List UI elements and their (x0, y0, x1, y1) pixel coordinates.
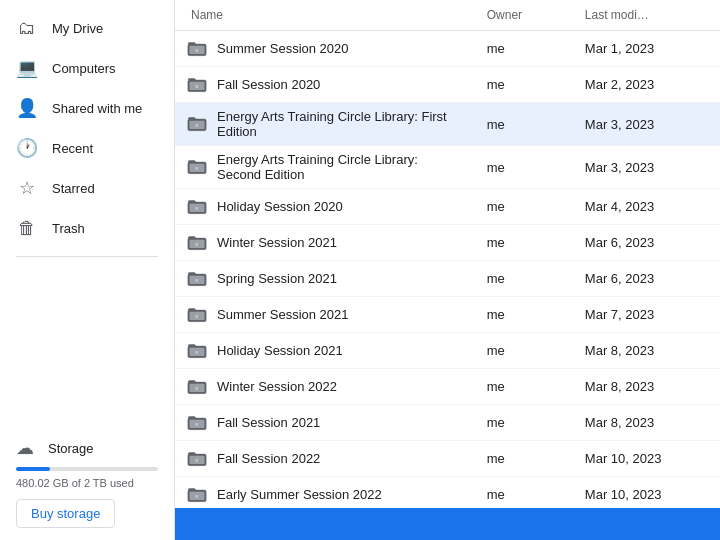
file-name-text: Energy Arts Training Circle Library: Fir… (217, 109, 463, 139)
col-header-owner[interactable]: Owner (475, 0, 573, 31)
file-date-cell: Mar 10, 2023 (573, 477, 720, 509)
folder-icon: ≡ (187, 233, 207, 253)
col-header-date[interactable]: Last modi… (573, 0, 720, 31)
file-date-cell: Mar 8, 2023 (573, 369, 720, 405)
sidebar-item-trash[interactable]: 🗑 Trash (0, 208, 162, 248)
table-row[interactable]: ≡ Fall Session 2020 meMar 2, 2023 (175, 67, 720, 103)
svg-text:≡: ≡ (196, 82, 199, 88)
folder-icon: ≡ (187, 75, 207, 95)
folder-icon: ≡ (187, 449, 207, 469)
owner-text: me (487, 271, 505, 286)
folder-icon: ≡ (187, 39, 207, 59)
file-date-cell: Mar 4, 2023 (573, 189, 720, 225)
file-owner-cell: me (475, 103, 573, 146)
file-owner-cell: me (475, 297, 573, 333)
table-row[interactable]: ≡ Fall Session 2022 meMar 10, 2023 (175, 441, 720, 477)
computers-label: Computers (52, 61, 116, 76)
buy-storage-button[interactable]: Buy storage (16, 499, 115, 528)
sidebar: 🗂 My Drive 💻 Computers 👤 Shared with me … (0, 0, 175, 540)
file-name-cell: ≡ Fall Session 2020 (175, 67, 475, 103)
svg-text:≡: ≡ (196, 204, 199, 210)
file-row-inner: ≡ Holiday Session 2021 (187, 341, 463, 361)
svg-text:≡: ≡ (196, 122, 199, 128)
table-row[interactable]: ≡ Fall Session 2021 meMar 8, 2023 (175, 405, 720, 441)
date-text: Mar 3, 2023 (585, 117, 654, 132)
sidebar-item-my-drive[interactable]: 🗂 My Drive (0, 8, 162, 48)
file-date-cell: Mar 7, 2023 (573, 297, 720, 333)
file-date-cell: Mar 1, 2023 (573, 31, 720, 67)
sidebar-item-computers[interactable]: 💻 Computers (0, 48, 162, 88)
file-owner-cell: me (475, 31, 573, 67)
file-table-body: ≡ Summer Session 2020 meMar 1, 2023 ≡ Fa… (175, 31, 720, 509)
file-row-inner: ≡ Fall Session 2021 (187, 413, 463, 433)
svg-text:≡: ≡ (196, 420, 199, 426)
table-row[interactable]: ≡ Summer Session 2021 meMar 7, 2023 (175, 297, 720, 333)
date-text: Mar 1, 2023 (585, 41, 654, 56)
file-owner-cell: me (475, 225, 573, 261)
date-text: Mar 2, 2023 (585, 77, 654, 92)
file-table: Name Owner Last modi… ≡ Summer Session 2… (175, 0, 720, 508)
table-row[interactable]: ≡ Spring Session 2021 meMar 6, 2023 (175, 261, 720, 297)
file-name-text: Winter Session 2021 (217, 235, 337, 250)
my-drive-label: My Drive (52, 21, 103, 36)
file-row-inner: ≡ Summer Session 2021 (187, 305, 463, 325)
file-date-cell: Mar 6, 2023 (573, 225, 720, 261)
file-name-cell: ≡ Fall Session 2022 (175, 441, 475, 477)
file-date-cell: Mar 6, 2023 (573, 261, 720, 297)
date-text: Mar 6, 2023 (585, 271, 654, 286)
table-row[interactable]: ≡ Summer Session 2020 meMar 1, 2023 (175, 31, 720, 67)
file-name-cell: ≡ Summer Session 2021 (175, 297, 475, 333)
date-text: Mar 4, 2023 (585, 199, 654, 214)
file-owner-cell: me (475, 333, 573, 369)
file-list-scroll[interactable]: Name Owner Last modi… ≡ Summer Session 2… (175, 0, 720, 508)
svg-text:≡: ≡ (196, 46, 199, 52)
owner-text: me (487, 199, 505, 214)
table-row[interactable]: ≡ Winter Session 2021 meMar 6, 2023 (175, 225, 720, 261)
storage-bar-container (16, 467, 158, 471)
file-date-cell: Mar 10, 2023 (573, 441, 720, 477)
owner-text: me (487, 41, 505, 56)
file-row-inner: ≡ Early Summer Session 2022 (187, 485, 463, 505)
file-name-text: Summer Session 2021 (217, 307, 349, 322)
svg-text:≡: ≡ (196, 492, 199, 498)
storage-used-text: 480.02 GB of 2 TB used (16, 477, 158, 489)
file-name-text: Spring Session 2021 (217, 271, 337, 286)
file-name-text: Holiday Session 2021 (217, 343, 343, 358)
table-row[interactable]: ≡ Holiday Session 2020 meMar 4, 2023 (175, 189, 720, 225)
file-row-inner: ≡ Winter Session 2021 (187, 233, 463, 253)
folder-icon: ≡ (187, 114, 207, 134)
date-text: Mar 8, 2023 (585, 343, 654, 358)
recent-icon: 🕐 (16, 137, 38, 159)
svg-text:≡: ≡ (196, 456, 199, 462)
table-row[interactable]: ≡ Early Summer Session 2022 meMar 10, 20… (175, 477, 720, 509)
file-date-cell: Mar 8, 2023 (573, 333, 720, 369)
my-drive-icon: 🗂 (16, 18, 38, 39)
file-name-cell: ≡ Holiday Session 2020 (175, 189, 475, 225)
file-owner-cell: me (475, 261, 573, 297)
owner-text: me (487, 117, 505, 132)
sidebar-item-starred[interactable]: ☆ Starred (0, 168, 162, 208)
date-text: Mar 8, 2023 (585, 379, 654, 394)
date-text: Mar 6, 2023 (585, 235, 654, 250)
sidebar-item-recent[interactable]: 🕐 Recent (0, 128, 162, 168)
date-text: Mar 10, 2023 (585, 487, 662, 502)
table-row[interactable]: ≡ Winter Session 2022 meMar 8, 2023 (175, 369, 720, 405)
folder-icon: ≡ (187, 157, 207, 177)
file-date-cell: Mar 8, 2023 (573, 405, 720, 441)
col-header-name[interactable]: Name (175, 0, 475, 31)
svg-text:≡: ≡ (196, 240, 199, 246)
owner-text: me (487, 307, 505, 322)
table-row[interactable]: ≡ Holiday Session 2021 meMar 8, 2023 (175, 333, 720, 369)
shared-icon: 👤 (16, 97, 38, 119)
shared-label: Shared with me (52, 101, 142, 116)
storage-section: ☁ Storage 480.02 GB of 2 TB used Buy sto… (0, 425, 174, 540)
owner-text: me (487, 451, 505, 466)
file-name-cell: ≡ Holiday Session 2021 (175, 333, 475, 369)
sidebar-divider (16, 256, 158, 257)
table-row[interactable]: ≡ Energy Arts Training Circle Library: S… (175, 146, 720, 189)
sidebar-item-shared[interactable]: 👤 Shared with me (0, 88, 162, 128)
folder-icon: ≡ (187, 377, 207, 397)
storage-bar-fill (16, 467, 50, 471)
file-owner-cell: me (475, 67, 573, 103)
table-row[interactable]: ≡ Energy Arts Training Circle Library: F… (175, 103, 720, 146)
